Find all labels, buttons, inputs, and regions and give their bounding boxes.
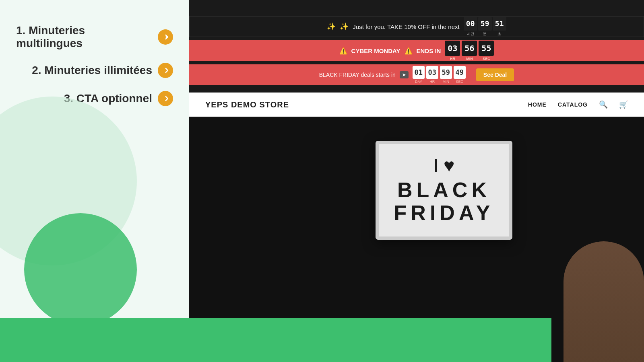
banner2-countdown: 03 HR 56 MIN 55 SEC [445,41,494,61]
banner2-hr-label: HR [450,57,455,61]
banner1-countdown: 00 59 51 시간 분 초 [464,17,506,37]
lightboard-sign: I ♥ BLACK FRIDAY [376,141,512,240]
banner1-label-s: 초 [493,31,506,37]
banner2-sec-group: 55 SEC [479,41,494,61]
store-nav-links: HOME CATALOG 🔍 🛒 [528,100,628,109]
search-icon[interactable]: 🔍 [599,100,608,109]
banner2-min: 56 [462,41,477,56]
banner1-label-m: 분 [478,31,492,37]
banner3-hr-group: 03 HR [426,66,438,84]
banner3-day: 01 [413,66,425,79]
banner2-min-label: MIN [466,57,473,61]
menu-item-2[interactable]: 2. Minuteries illimitées [16,63,189,78]
person-silhouette [564,241,644,362]
lightboard-line2: BLACK [397,179,491,202]
menu-item-1[interactable]: 1. Minuteries multilingues [16,24,189,50]
banner1-label-h: 시간 [464,31,477,37]
nav-catalog[interactable]: CATALOG [558,101,588,108]
banner-stack: ✨ ✨ Just for you. TAKE 10% OFF in the ne… [189,16,644,85]
see-deal-button[interactable]: See Deal [476,68,514,81]
banner3-day-group: 01 DAY [413,66,425,84]
banner2-text: ENDS IN [417,47,441,54]
arrow-icon-2[interactable] [158,63,173,78]
banner2-prefix: CYBER MONDAY [351,47,400,54]
banner1-hours: 00 [464,17,477,31]
decorative-circle-medium [24,213,137,326]
lightboard-heart: I ♥ [433,156,455,175]
menu-label-2: 2. Minuteries illimitées [32,64,152,77]
bottom-green-bar [0,318,551,362]
banner3-hr-label: HR [429,80,435,84]
banner-1: ✨ ✨ Just for you. TAKE 10% OFF in the ne… [189,16,644,37]
banner3-min-group: 59 MIN [440,66,452,84]
banner1-text: Just for you. TAKE 10% OFF in the next [353,23,459,30]
banner3-sec: 49 [454,66,466,79]
cart-icon[interactable]: 🛒 [619,100,628,109]
banner3-day-label: DAY [415,80,422,84]
warn-icon-2: ⚠️ [405,47,413,55]
nav-home[interactable]: HOME [528,101,547,108]
emoji-star-2: ✨ [340,22,349,31]
banner3-min-label: MIN [443,80,450,84]
banner1-minutes: 59 [478,17,492,31]
warn-icon-1: ⚠️ [339,47,347,55]
banner-3: BLACK FRIDAY deals starts in ➤ 01 DAY 03… [189,64,644,85]
banner-2: ⚠️ CYBER MONDAY ⚠️ ENDS IN 03 HR 56 MIN … [189,40,644,61]
arrow-flag-icon: ➤ [400,71,409,78]
banner3-sec-group: 49 SEC [454,66,466,84]
banner3-sec-label: SEC [456,80,464,84]
banner3-text: BLACK FRIDAY deals starts in [319,72,396,78]
banner1-seconds: 51 [493,17,506,31]
banner3-min: 59 [440,66,452,79]
banner2-hr-group: 03 HR [445,41,460,61]
arrow-icon-3[interactable] [158,91,173,106]
store-nav: YEPS DEMO STORE HOME CATALOG 🔍 🛒 [189,93,644,117]
left-panel: 1. Minuteries multilingues 2. Minuteries… [0,0,189,362]
banner2-min-group: 56 MIN [462,41,477,61]
right-panel: ✨ ✨ Just for you. TAKE 10% OFF in the ne… [189,0,644,362]
lightboard-line3: FRIDAY [394,202,494,224]
arrow-icon-1[interactable] [158,29,173,45]
emoji-star-1: ✨ [327,22,336,31]
store-logo: YEPS DEMO STORE [205,100,528,109]
banner2-sec-label: SEC [483,57,490,61]
menu-label-1: 1. Minuteries multilingues [16,24,152,50]
banner3-hr: 03 [426,66,438,79]
banner2-hr: 03 [445,41,460,56]
banner2-sec: 55 [479,41,494,56]
banner3-countdown: 01 DAY 03 HR 59 MIN [413,66,466,84]
